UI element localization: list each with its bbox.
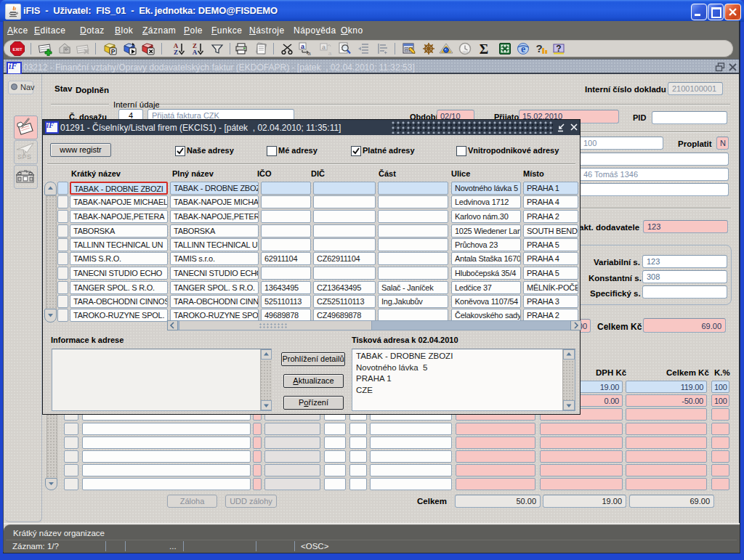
svg-text:EXIT: EXIT bbox=[12, 47, 22, 52]
svg-text:P: P bbox=[111, 48, 116, 55]
svg-text:Σ: Σ bbox=[480, 41, 488, 56]
svg-text:a: a bbox=[307, 50, 311, 56]
svg-text:Z: Z bbox=[174, 49, 178, 56]
svg-text:?: ? bbox=[556, 44, 561, 54]
svg-text:a: a bbox=[328, 50, 332, 56]
svg-text:A: A bbox=[193, 49, 198, 56]
svg-text:?: ? bbox=[535, 42, 542, 54]
svg-text:e: e bbox=[521, 44, 525, 54]
svg-text:1314: 1314 bbox=[462, 51, 468, 54]
